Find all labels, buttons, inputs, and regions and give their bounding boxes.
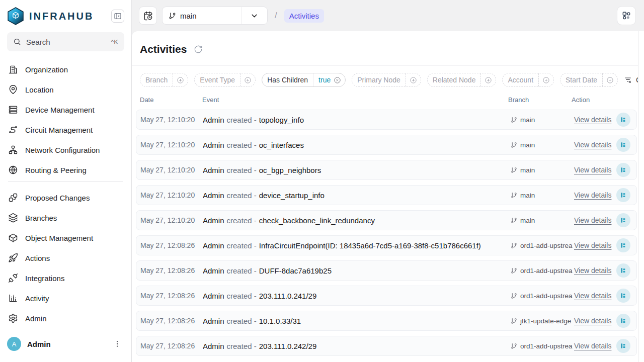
sidebar-item-branches[interactable]: Branches: [0, 208, 131, 228]
filter-chip-primary-node[interactable]: Primary Node: [352, 73, 421, 87]
row-actor: Admin: [203, 266, 224, 275]
view-details-link[interactable]: View details: [574, 317, 611, 325]
add-filter-icon[interactable]: [173, 73, 188, 86]
view-details-link[interactable]: View details: [574, 141, 611, 149]
event-link[interactable]: InfraCircuitEndpoint(ID: 18435a6d-7cd5-a…: [259, 241, 481, 250]
event-link[interactable]: oc_bgp_neighbors: [259, 166, 321, 174]
sidebar-item-proposed-changes[interactable]: Proposed Changes: [0, 188, 131, 208]
git-branch-icon: [511, 318, 517, 324]
row-branch: main: [511, 192, 574, 199]
kebab-menu-icon[interactable]: [111, 338, 123, 350]
hierarchy-badge[interactable]: [616, 163, 630, 177]
view-details-link[interactable]: View details: [574, 216, 611, 224]
breadcrumb-current[interactable]: Activities: [284, 9, 324, 23]
sidebar-item-label: Object Management: [25, 234, 93, 242]
row-action: View details: [574, 263, 632, 278]
filter-chip-related-node[interactable]: Related Node: [427, 73, 497, 87]
avatar: A: [7, 337, 21, 351]
hierarchy-badge[interactable]: [616, 314, 630, 328]
event-link[interactable]: 10.1.0.33/31: [259, 317, 301, 325]
row-action: View details: [574, 289, 632, 303]
table-row: May 27, 12:08:26 Admin created - 10.1.0.…: [136, 311, 637, 331]
hierarchy-badge[interactable]: [616, 213, 630, 227]
hierarchy-badge[interactable]: [616, 238, 630, 252]
sidebar-item-device-management[interactable]: Device Management: [0, 100, 131, 120]
refresh-button[interactable]: [194, 45, 203, 54]
event-link[interactable]: device_startup_info: [259, 191, 325, 200]
hierarchy-badge[interactable]: [616, 263, 630, 278]
git-branch-icon: [511, 117, 517, 123]
hierarchy-badge[interactable]: [616, 188, 630, 202]
sidebar-item-organization[interactable]: Organization: [0, 59, 131, 79]
sidebar-item-label: Branches: [25, 214, 57, 222]
view-details-link[interactable]: View details: [574, 191, 611, 199]
time-travel-button[interactable]: [139, 7, 157, 25]
row-branch-name: ord1-add-upstrea: [520, 267, 573, 275]
view-details-link[interactable]: View details: [574, 266, 611, 275]
view-details-link[interactable]: View details: [574, 116, 611, 124]
chevron-down-icon[interactable]: [241, 7, 267, 24]
row-action: View details: [574, 188, 632, 202]
event-link[interactable]: topology_info: [259, 116, 304, 124]
filter-chip-account[interactable]: Account: [502, 73, 554, 87]
tree-icon: [620, 141, 627, 148]
scrollbar-track[interactable]: [638, 31, 644, 362]
add-filter-icon[interactable]: [602, 73, 617, 86]
row-action: View details: [574, 113, 632, 127]
view-details-link[interactable]: View details: [574, 166, 611, 174]
view-details-link[interactable]: View details: [574, 292, 611, 300]
sidebar-item-object-management[interactable]: Object Management: [0, 228, 131, 248]
hierarchy-badge[interactable]: [616, 339, 630, 353]
tree-icon: [620, 217, 627, 224]
tree-icon: [620, 292, 627, 299]
sidebar-item-circuit-management[interactable]: Circuit Management: [0, 120, 131, 140]
row-branch-name: main: [520, 166, 535, 174]
row-event: Admin created - oc_interfaces: [203, 141, 511, 149]
panel-collapse-icon: [114, 12, 122, 20]
search-input[interactable]: [26, 38, 106, 46]
view-details-link[interactable]: View details: [574, 241, 611, 249]
event-link[interactable]: DUFF-8dac7a619b25: [259, 266, 332, 275]
sidebar-item-actions[interactable]: Actions: [0, 248, 131, 268]
sidebar-item-integrations[interactable]: Integrations: [0, 268, 131, 288]
git-branch-icon: [511, 142, 517, 148]
branch-selector[interactable]: main: [162, 7, 268, 25]
event-link[interactable]: 203.111.0.241/29: [259, 292, 317, 300]
event-link[interactable]: check_backbone_link_redundancy: [259, 216, 375, 225]
filter-chip-has-children[interactable]: Has Children true: [262, 73, 346, 87]
row-verb: created -: [227, 266, 257, 275]
filter-chip-event-type[interactable]: Event Type: [194, 73, 256, 87]
event-link[interactable]: oc_interfaces: [259, 141, 304, 149]
event-link[interactable]: 203.111.0.242/29: [259, 342, 317, 350]
add-filter-icon[interactable]: [538, 73, 553, 86]
user-menu[interactable]: A Admin: [0, 330, 131, 362]
table-row: May 27, 12:08:26 Admin created - InfraCi…: [136, 235, 637, 255]
tree-icon: [620, 116, 627, 123]
hierarchy-badge[interactable]: [616, 113, 630, 127]
sidebar-item-activity[interactable]: Activity: [0, 288, 131, 308]
add-filter-icon[interactable]: [240, 73, 255, 86]
schema-graph-icon: [621, 11, 631, 21]
add-filter-icon[interactable]: [406, 73, 421, 86]
hierarchy-badge[interactable]: [616, 138, 630, 152]
sidebar-item-network-configuration[interactable]: Network Configuration: [0, 140, 131, 160]
sidebar-item-admin[interactable]: Admin: [0, 308, 131, 328]
add-filter-icon[interactable]: [480, 73, 496, 86]
row-date: May 27, 12:10:20: [140, 116, 203, 124]
filter-chip-branch[interactable]: Branch: [140, 73, 188, 87]
view-details-link[interactable]: View details: [574, 342, 611, 350]
sidebar-item-location[interactable]: Location: [0, 79, 131, 100]
building-icon: [8, 64, 18, 74]
table-row: May 27, 12:10:20 Admin created - device_…: [136, 185, 637, 205]
hierarchy-badge[interactable]: [616, 289, 630, 303]
schema-button[interactable]: [617, 6, 636, 25]
collapse-sidebar-button[interactable]: [111, 10, 124, 23]
search-box[interactable]: ^K: [7, 32, 124, 51]
filter-chip-start-date[interactable]: Start Date: [560, 73, 618, 87]
user-name: Admin: [27, 340, 51, 348]
sidebar-item-routing-peering[interactable]: Routing & Peering: [0, 160, 131, 180]
remove-filter-icon[interactable]: [334, 76, 341, 84]
activity-rows: May 27, 12:10:20 Admin created - topolog…: [132, 106, 644, 362]
row-verb: created -: [227, 191, 257, 200]
table-header: Date Event Branch Action: [132, 90, 644, 106]
